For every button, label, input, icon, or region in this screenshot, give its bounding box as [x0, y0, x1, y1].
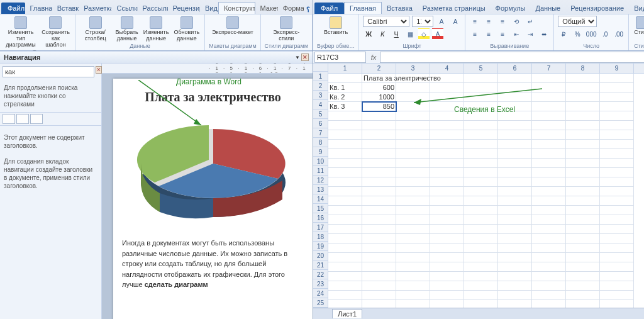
shrink-font-button[interactable]: A — [450, 16, 461, 27]
cell[interactable] — [464, 262, 498, 272]
align-right-button[interactable]: ≡ — [497, 28, 508, 40]
cell[interactable]: Плата за электричество — [362, 74, 396, 83]
cell[interactable] — [362, 159, 396, 168]
font-size-select[interactable]: 11 — [412, 16, 433, 27]
spreadsheet-grid[interactable]: 1234567891011121314151617181920212223242… — [313, 64, 644, 308]
cell[interactable] — [600, 159, 634, 168]
cell[interactable] — [498, 149, 532, 159]
cell[interactable] — [328, 130, 362, 140]
ex-tab-review[interactable]: Рецензирование — [565, 3, 629, 14]
ex-tab-layout[interactable]: Разметка страницы — [418, 3, 491, 14]
cell[interactable] — [362, 300, 396, 308]
cell[interactable] — [498, 168, 532, 177]
ex-tab-view[interactable]: Вид — [629, 3, 644, 14]
tab-insert[interactable]: Вставка — [52, 3, 79, 14]
col-header[interactable]: 2 — [362, 64, 396, 73]
cell[interactable] — [464, 130, 498, 140]
sheet-tab[interactable]: Лист1 — [332, 309, 362, 318]
cell[interactable] — [328, 168, 362, 177]
cell[interactable] — [430, 140, 464, 149]
row-header[interactable]: 4 — [313, 100, 328, 109]
cell[interactable] — [600, 102, 634, 111]
cell[interactable] — [566, 206, 600, 215]
row-header[interactable]: 5 — [313, 109, 328, 119]
cell[interactable] — [600, 253, 634, 262]
cells-area[interactable]: Сведения в Excel Плата за электричествоК… — [328, 74, 644, 308]
cell[interactable] — [532, 206, 566, 215]
edit-data-button[interactable]: Изменить данные — [142, 16, 170, 43]
cell[interactable] — [430, 196, 464, 206]
cell[interactable] — [396, 262, 430, 272]
row-header[interactable]: 1 — [313, 72, 328, 81]
row-header[interactable]: 6 — [313, 119, 328, 128]
cell[interactable] — [532, 121, 566, 130]
cell[interactable] — [566, 234, 600, 243]
cell[interactable] — [464, 300, 498, 308]
font-color-button[interactable]: A — [432, 28, 443, 40]
cell[interactable] — [566, 243, 600, 253]
cell[interactable] — [498, 121, 532, 130]
cell[interactable] — [600, 196, 634, 206]
cell[interactable] — [532, 291, 566, 300]
tab-references[interactable]: Ссылки — [111, 3, 137, 14]
cell[interactable] — [566, 159, 600, 168]
cell[interactable] — [566, 130, 600, 140]
col-header[interactable]: 4 — [430, 64, 464, 73]
row-header[interactable]: 3 — [313, 91, 328, 100]
cell[interactable] — [396, 149, 430, 159]
cell[interactable] — [430, 121, 464, 130]
cell[interactable] — [396, 177, 430, 187]
row-header[interactable]: 20 — [313, 251, 328, 260]
nav-tab-headings[interactable] — [3, 114, 15, 124]
fill-color-button[interactable]: ◇ — [418, 28, 430, 40]
cell[interactable] — [600, 92, 634, 102]
cell[interactable] — [566, 196, 600, 206]
row-header[interactable]: 22 — [313, 270, 328, 279]
tab-chart-design[interactable]: Конструктор — [218, 2, 255, 14]
cell[interactable] — [600, 130, 634, 140]
col-header[interactable]: 1 — [328, 64, 362, 73]
currency-button[interactable]: ₽ — [558, 28, 569, 40]
cell[interactable] — [430, 187, 464, 196]
cell[interactable] — [396, 243, 430, 253]
cell[interactable] — [464, 291, 498, 300]
cell[interactable] — [498, 262, 532, 272]
cell[interactable] — [566, 300, 600, 308]
tab-view[interactable]: Вид — [200, 3, 218, 14]
merge-button[interactable]: ⬌ — [538, 28, 550, 40]
quick-layout-button[interactable]: Экспресс-макет — [211, 16, 255, 36]
cell[interactable] — [566, 74, 600, 83]
indent-dec-button[interactable]: ⇤ — [511, 28, 522, 40]
cell[interactable] — [362, 121, 396, 130]
row-header[interactable]: 24 — [313, 289, 328, 298]
cell[interactable] — [532, 300, 566, 308]
cell[interactable] — [430, 291, 464, 300]
cell[interactable] — [464, 149, 498, 159]
col-header[interactable]: 6 — [498, 64, 532, 73]
formula-input[interactable] — [380, 52, 644, 63]
cell[interactable] — [362, 196, 396, 206]
cell[interactable] — [396, 111, 430, 121]
row-header[interactable]: 7 — [313, 128, 328, 138]
cell[interactable] — [396, 281, 430, 291]
name-box[interactable]: R17C3 — [314, 52, 366, 63]
cell[interactable] — [566, 187, 600, 196]
tab-pagelayout[interactable]: Разметка с — [79, 3, 111, 14]
col-header[interactable]: 7 — [532, 64, 566, 73]
col-header[interactable]: 8 — [566, 64, 600, 73]
align-top-button[interactable]: ≡ — [469, 16, 480, 27]
row-header[interactable]: 25 — [313, 298, 328, 308]
cell[interactable] — [600, 291, 634, 300]
cell[interactable] — [600, 83, 634, 92]
cell[interactable] — [430, 215, 464, 225]
cell[interactable] — [430, 74, 464, 83]
cell[interactable] — [328, 215, 362, 225]
col-header[interactable]: 3 — [396, 64, 430, 73]
cell[interactable] — [566, 102, 600, 111]
cell[interactable] — [464, 225, 498, 234]
cell[interactable] — [396, 121, 430, 130]
cell[interactable] — [328, 196, 362, 206]
border-button[interactable]: ▦ — [404, 28, 416, 40]
cell[interactable] — [498, 300, 532, 308]
cell[interactable] — [566, 291, 600, 300]
